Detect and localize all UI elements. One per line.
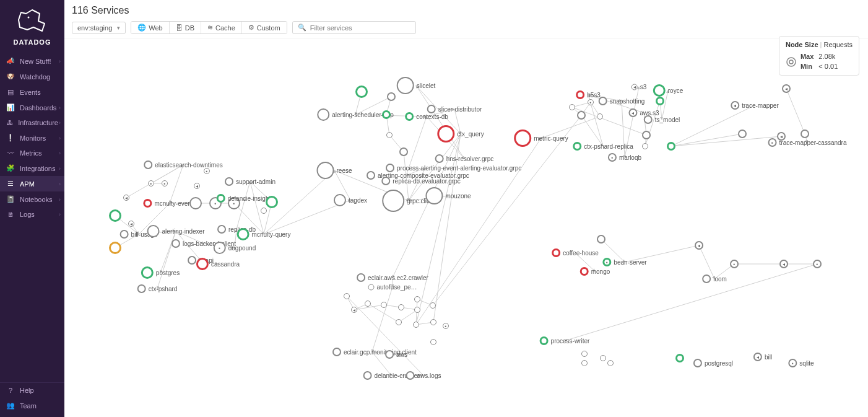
nav-item-apm[interactable]: ☰APM›: [0, 176, 64, 191]
service-node-bill[interactable]: ◂bill: [753, 353, 772, 361]
service-node-sqlite[interactable]: ▪sqlite: [788, 359, 814, 367]
nav-item-dashboards[interactable]: 📊Dashboards›: [0, 100, 64, 115]
nav-item-events[interactable]: ▤Events: [0, 84, 64, 100]
service-node-mouzone[interactable]: mouzone: [425, 187, 471, 204]
service-node-contexts-db[interactable]: contexts-db: [405, 112, 448, 121]
nav-item-team[interactable]: 👥Team: [0, 398, 64, 413]
service-node-metric-query[interactable]: metric-query: [514, 129, 568, 147]
service-node-66[interactable]: [577, 111, 586, 120]
service-node-postgresql[interactable]: postgresql: [693, 359, 733, 367]
service-node-60[interactable]: ▪: [443, 323, 449, 329]
service-node-reese[interactable]: reese: [316, 162, 352, 179]
service-node-62[interactable]: [414, 296, 420, 302]
service-node-2[interactable]: ◂: [123, 195, 129, 201]
nav-item-logs[interactable]: 🗎Logs›: [0, 207, 64, 222]
service-node-68[interactable]: [597, 113, 603, 120]
nav-item-notebooks[interactable]: 📓Notebooks›: [0, 191, 64, 207]
service-node-30[interactable]: [355, 86, 368, 98]
service-node-loom[interactable]: loom: [702, 274, 727, 283]
service-node-13[interactable]: [189, 197, 202, 209]
service-node-61[interactable]: [430, 339, 436, 345]
service-node-ctx-query[interactable]: ctx_query: [437, 125, 484, 143]
service-node-8[interactable]: ▪: [162, 180, 168, 187]
service-node-s3[interactable]: ◂s3: [631, 84, 647, 90]
service-node-14[interactable]: ▪: [204, 168, 210, 174]
service-node-24[interactable]: [261, 208, 267, 214]
service-node-marloqb[interactable]: ▪marloqb: [608, 153, 641, 162]
nav-item-help[interactable]: ?Help: [0, 383, 64, 398]
service-node-98[interactable]: [581, 360, 588, 366]
service-node-75[interactable]: [642, 131, 651, 139]
service-node-32[interactable]: [382, 110, 391, 119]
service-node-84[interactable]: ◂: [782, 84, 791, 93]
service-node-53[interactable]: [365, 301, 371, 307]
service-node-81[interactable]: [738, 129, 747, 138]
service-node-63[interactable]: [430, 302, 436, 309]
service-node-aws-logs[interactable]: aws.logs: [406, 371, 441, 380]
service-node-80[interactable]: [667, 142, 675, 151]
service-node-93[interactable]: ▪: [730, 260, 739, 268]
service-node-77[interactable]: [656, 97, 664, 105]
service-node-ctx-pshard-replica[interactable]: ctx-pshard-replica: [573, 142, 633, 151]
service-node-34[interactable]: [399, 147, 408, 156]
service-node-97[interactable]: [581, 351, 588, 357]
service-node-support-admin[interactable]: support-admin: [225, 177, 276, 186]
nav-item-watchdog[interactable]: 🐶Watchdog: [0, 69, 64, 84]
service-node-royce[interactable]: royce: [653, 84, 683, 97]
service-node-ctx-pshard[interactable]: ctx-pshard: [137, 284, 178, 293]
service-node-26[interactable]: [266, 196, 278, 208]
nav-item-infrastructure[interactable]: 🖧Infrastructure›: [0, 115, 64, 130]
service-node-4[interactable]: ▪: [148, 180, 154, 187]
service-node-57[interactable]: [396, 319, 402, 325]
service-node-replica-db-evaluator-grpc[interactable]: replica-db.evaluator.grpc: [381, 177, 461, 185]
service-node-postgres[interactable]: postgres: [141, 266, 180, 279]
service-node-slicer-distributor[interactable]: slicer-distributor: [427, 105, 482, 113]
service-node-99[interactable]: [600, 355, 606, 361]
service-node-52[interactable]: ◂: [351, 307, 357, 313]
service-node-101[interactable]: [675, 354, 684, 362]
service-node-elasticsearch-downtimes[interactable]: elasticsearch-downtimes: [144, 160, 223, 169]
service-node-autofuse-pe-[interactable]: autofuse_pe…: [368, 284, 417, 291]
service-node-process-alerting-event-alerting-evaluator-grpc[interactable]: process-alerting-event-alerting-evaluato…: [386, 164, 465, 172]
service-node-89[interactable]: [597, 235, 605, 244]
service-node-5[interactable]: ◂: [128, 221, 134, 227]
service-node-76[interactable]: [642, 143, 648, 149]
service-node-12[interactable]: ◂: [194, 183, 200, 189]
service-node-31[interactable]: [387, 92, 396, 101]
service-node-mcnulty-events[interactable]: mcnulty-events: [143, 199, 196, 208]
service-node-59[interactable]: [430, 319, 436, 325]
service-node-hns-resolver-grpc[interactable]: hns-resolver.grpc: [435, 154, 494, 163]
service-node-58[interactable]: [413, 322, 419, 328]
service-node-56[interactable]: [414, 307, 420, 313]
service-node-100[interactable]: [607, 360, 614, 366]
service-node-cassandra[interactable]: cassandra: [196, 258, 240, 270]
service-node-65[interactable]: [569, 104, 575, 110]
service-node-95[interactable]: ▪: [813, 260, 822, 268]
service-node-1[interactable]: [109, 242, 121, 254]
nav-item-metrics[interactable]: 〰Metrics›: [0, 146, 64, 160]
service-node-91[interactable]: ◂: [695, 241, 703, 250]
service-node-h5s3[interactable]: h5s3: [576, 90, 601, 99]
service-node-dogpound[interactable]: ▪dogpound: [214, 242, 256, 254]
service-node-33[interactable]: [386, 132, 393, 138]
service-node-55[interactable]: [398, 304, 404, 310]
service-node-trace-mapper-cassandra[interactable]: ▪trace-mapper-cassandra: [768, 138, 847, 147]
service-node-67[interactable]: ▪: [588, 99, 594, 105]
service-node-tagdex[interactable]: tagdex: [334, 194, 367, 206]
service-map[interactable]: ◂bill-usage▪◂elasticsearch-downtimesmcnu…: [64, 30, 868, 417]
service-node-trace-mapper[interactable]: ◂trace-mapper: [731, 101, 778, 110]
service-node-snapshotting[interactable]: snapshotting: [599, 97, 645, 105]
service-node-0[interactable]: [109, 209, 121, 222]
nav-item-monitors[interactable]: ❕Monitors›: [0, 130, 64, 146]
service-node-mongo[interactable]: mongo: [580, 267, 610, 276]
service-node-slicelet[interactable]: slicelet: [397, 77, 436, 94]
service-node-process-writer[interactable]: process-writer: [540, 336, 590, 345]
service-node-51[interactable]: [344, 293, 350, 299]
service-node-aws[interactable]: aws: [385, 350, 407, 359]
service-node-coffee-house[interactable]: coffee-house: [552, 248, 599, 257]
service-node-alerting-indexer[interactable]: alerting-indexer: [147, 225, 205, 237]
nav-item-new-stuff[interactable]: 📣New Stuff!›: [0, 53, 64, 69]
service-node-54[interactable]: [381, 302, 387, 308]
service-node-94[interactable]: ◂: [779, 260, 788, 268]
service-node-mcnulty-query[interactable]: mcnulty-query: [237, 228, 291, 240]
